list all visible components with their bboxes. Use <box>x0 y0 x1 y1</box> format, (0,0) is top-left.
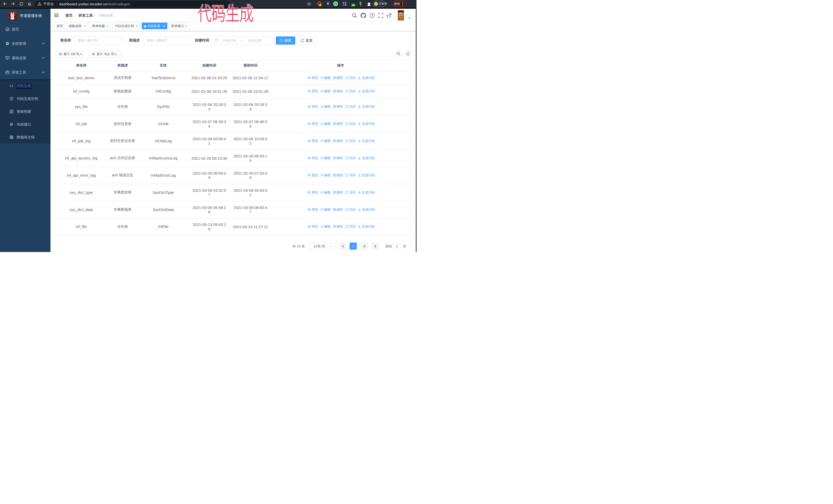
svg-text:?: ? <box>371 14 373 18</box>
svg-text:1: 1 <box>319 4 321 6</box>
svg-text:on: on <box>352 4 355 6</box>
